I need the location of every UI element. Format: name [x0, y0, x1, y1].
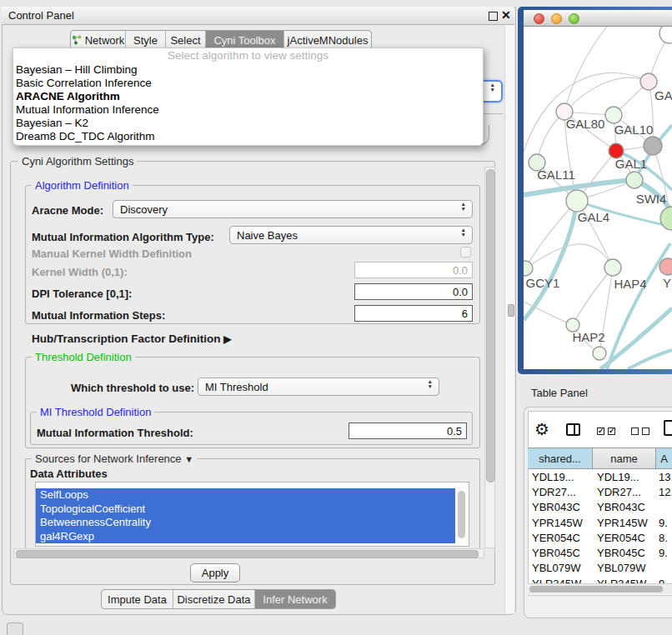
- aracne-mode-label: Aracne Mode:: [32, 204, 103, 217]
- algorithm-option[interactable]: ARACNE Algorithm: [13, 90, 483, 103]
- scrollbar-thumb[interactable]: [458, 491, 465, 538]
- network-window-titlebar[interactable]: [524, 10, 672, 27]
- checked-checkbox-icon[interactable]: ✓: [597, 428, 604, 435]
- settings-horizontal-scrollbar[interactable]: [13, 548, 484, 558]
- checked-checkbox-icon[interactable]: ✓: [608, 428, 615, 435]
- attribute-list-item[interactable]: TopologicalCoefficient: [36, 502, 455, 517]
- list-scrollbar[interactable]: [457, 485, 466, 543]
- tab-select[interactable]: Select: [166, 31, 206, 49]
- network-node[interactable]: [659, 27, 672, 43]
- scrollbar-thumb[interactable]: [16, 550, 479, 558]
- dpi-tolerance-input[interactable]: 0.0: [354, 283, 473, 300]
- network-node[interactable]: [604, 259, 621, 276]
- table-cell: YER054C: [593, 532, 656, 544]
- mi-steps-input[interactable]: 6: [354, 305, 473, 322]
- tab-network[interactable]: Network: [71, 31, 126, 49]
- table-row[interactable]: YBR043CYBR043C: [528, 500, 672, 515]
- network-canvas[interactable]: GALGAL80GAL10GAL1GAL11SWI4GAL4GCY1HAP4YH…: [524, 27, 672, 369]
- algorithm-option[interactable]: Bayesian – Hill Climbing: [13, 63, 483, 77]
- minimized-panel-button[interactable]: [7, 622, 23, 635]
- apply-button[interactable]: Apply: [190, 563, 240, 582]
- split-pane-divider[interactable]: [504, 25, 514, 613]
- network-node[interactable]: [566, 190, 588, 212]
- document-icon[interactable]: [664, 420, 672, 436]
- tab-label: jActiveMNodules: [288, 34, 369, 47]
- table-cell: YDL19...: [528, 471, 593, 483]
- tab-jactivemnodules[interactable]: jActiveMNodules: [284, 31, 371, 49]
- unchecked-checkbox-icon[interactable]: [642, 428, 649, 435]
- network-node[interactable]: [605, 107, 622, 123]
- float-window-icon[interactable]: [489, 12, 498, 21]
- network-node-label: GAL10: [614, 122, 654, 137]
- algorithm-option[interactable]: Basic Correlation Inference: [13, 77, 483, 90]
- tab-discretize-data[interactable]: Discretize Data: [173, 590, 255, 608]
- table-row[interactable]: YDR27...YDR27...12...: [528, 484, 672, 499]
- table-row[interactable]: YER054CYER054C8.: [528, 530, 672, 545]
- close-traffic-light-icon[interactable]: [534, 13, 544, 24]
- gear-icon[interactable]: ⚙: [534, 421, 549, 438]
- attribute-list-item[interactable]: SelfLoops: [36, 488, 455, 502]
- minimize-traffic-light-icon[interactable]: [551, 13, 562, 24]
- network-node[interactable]: [593, 347, 606, 360]
- field-value: 0.5: [447, 425, 462, 438]
- table-row[interactable]: YPR145WYPR145W9.: [528, 515, 672, 530]
- algorithm-option[interactable]: Dream8 DC_TDC Algorithm: [13, 130, 483, 143]
- column-layout-icon[interactable]: [566, 423, 580, 436]
- settings-vertical-scrollbar[interactable]: [484, 167, 495, 548]
- table-row[interactable]: YLR345WYLR345W9.: [528, 576, 672, 583]
- network-node[interactable]: [626, 172, 643, 188]
- unchecked-checkbox-icon[interactable]: [631, 428, 639, 435]
- table-cell: YLR345W: [593, 578, 656, 583]
- attribute-list-item[interactable]: gal4RGexp: [36, 530, 455, 544]
- tab-impute-data[interactable]: Impute Data: [102, 590, 173, 608]
- stepper-icon: ▲▼: [428, 379, 433, 388]
- zoom-traffic-light-icon[interactable]: [569, 13, 579, 24]
- column-header-partial[interactable]: A: [656, 448, 672, 468]
- field-value: 0.0: [453, 286, 468, 298]
- network-node-label: GAL4: [578, 210, 609, 224]
- table-cell: 9.: [656, 517, 672, 529]
- which-threshold-select[interactable]: MI Threshold ▲▼: [198, 378, 439, 396]
- column-header-shared-name[interactable]: shared...: [528, 448, 593, 468]
- mi-type-select[interactable]: Naive Bayes ▲▼: [229, 226, 473, 244]
- table-row[interactable]: YBR045CYBR045C9.: [528, 545, 672, 560]
- table-cell: YBR043C: [593, 501, 656, 513]
- tab-cyni-toolbox[interactable]: Cyni Toolbox: [206, 31, 284, 49]
- mi-threshold-input[interactable]: 0.5: [349, 422, 467, 439]
- algorithm-option[interactable]: Bayesian – K2: [13, 117, 483, 130]
- table-row[interactable]: YDL19...YDL19...13...: [528, 469, 672, 484]
- kernel-width-input[interactable]: 0.0: [354, 262, 473, 278]
- sources-title: Sources for Network Inference: [35, 452, 182, 465]
- tab-style[interactable]: Style: [126, 31, 166, 49]
- network-node[interactable]: [660, 207, 672, 230]
- table-cell: 12...: [656, 486, 672, 498]
- network-node[interactable]: [524, 261, 533, 276]
- column-header-name[interactable]: name: [593, 448, 656, 468]
- chevron-down-icon: ▼: [184, 454, 193, 464]
- data-attributes-list[interactable]: SelfLoopsTopologicalCoefficientBetweenne…: [35, 482, 469, 547]
- table-row[interactable]: YBL079WYBL079W: [528, 561, 672, 576]
- table-cell: YBR043C: [528, 501, 593, 513]
- tab-infer-network[interactable]: Infer Network: [255, 590, 335, 608]
- network-node[interactable]: [644, 137, 662, 155]
- scrollbar-thumb[interactable]: [529, 586, 663, 592]
- hub-definition-toggle[interactable]: Hub/Transcription Factor Definition ▶: [32, 332, 232, 345]
- table-cell: 13...: [656, 471, 672, 483]
- network-edge: [628, 350, 672, 369]
- control-panel-title: Control Panel: [8, 9, 74, 22]
- sources-toggle[interactable]: Sources for Network Inference ▼: [32, 452, 197, 465]
- stepper-icon: ▲▼: [490, 82, 495, 92]
- table-cell: YDL19...: [593, 471, 656, 483]
- aracne-mode-select[interactable]: Discovery ▲▼: [113, 200, 473, 218]
- close-icon[interactable]: ✕: [501, 8, 511, 22]
- network-node[interactable]: [640, 73, 657, 90]
- attribute-list-item[interactable]: BetweennessCentrality: [36, 516, 455, 530]
- scrollbar-thumb[interactable]: [486, 169, 495, 482]
- split-pane-handle[interactable]: [508, 304, 514, 317]
- network-node[interactable]: [659, 258, 672, 275]
- algorithm-option[interactable]: Mutual Information Inference: [13, 103, 483, 117]
- table-horizontal-scrollbar[interactable]: [528, 583, 672, 594]
- network-node-label: GCY1: [526, 276, 560, 290]
- manual-kernel-checkbox[interactable]: [460, 247, 471, 258]
- table-cell: 8.: [656, 532, 672, 544]
